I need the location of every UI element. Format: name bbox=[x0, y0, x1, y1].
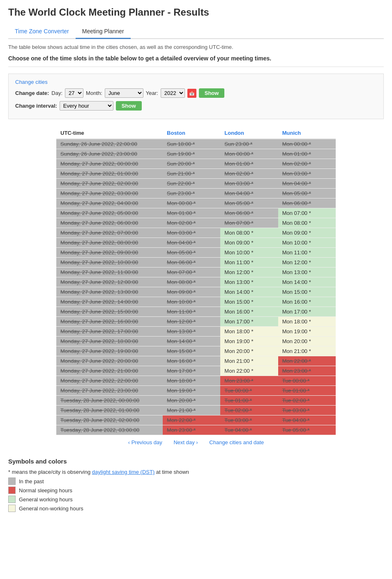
london-cell: Tue 03:00 * bbox=[220, 415, 278, 425]
utc-cell: Monday, 27 June 2022, 18:00:00 bbox=[56, 337, 163, 346]
london-cell: Tue 01:00 * bbox=[220, 396, 278, 406]
table-row[interactable]: Monday, 27 June 2022, 03:00:00Sun 23:00 … bbox=[56, 189, 336, 198]
table-row[interactable]: Monday, 27 June 2022, 09:00:00Mon 05:00 … bbox=[56, 248, 336, 258]
change-cities-link[interactable]: Change cities bbox=[15, 79, 377, 85]
utc-cell: Monday, 27 June 2022, 08:00:00 bbox=[56, 238, 163, 248]
london-cell: Mon 00:00 * bbox=[220, 149, 278, 159]
london-cell: Mon 11:00 * bbox=[220, 258, 278, 268]
boston-cell: Mon 21:00 * bbox=[163, 406, 220, 415]
year-select[interactable]: 20202021202220232024 bbox=[161, 88, 185, 98]
boston-cell: Mon 10:00 * bbox=[163, 297, 220, 307]
legend-item-work: General working hours bbox=[8, 496, 384, 503]
boston-cell: Mon 20:00 * bbox=[163, 396, 220, 406]
munich-cell: Tue 03:00 * bbox=[278, 406, 336, 415]
month-select[interactable]: JanuaryFebruaryMarchAprilMayJuneJulyAugu… bbox=[105, 88, 143, 98]
table-row[interactable]: Monday, 27 June 2022, 21:00:00Mon 17:00 … bbox=[56, 366, 336, 376]
munich-cell: Mon 12:00 * bbox=[278, 258, 336, 268]
table-row[interactable]: Monday, 27 June 2022, 17:00:00Mon 13:00 … bbox=[56, 327, 336, 337]
boston-cell: Sun 23:00 * bbox=[163, 189, 220, 198]
utc-cell: Monday, 27 June 2022, 21:00:00 bbox=[56, 366, 163, 376]
table-row[interactable]: Monday, 27 June 2022, 06:00:00Mon 02:00 … bbox=[56, 218, 336, 228]
table-row[interactable]: Monday, 27 June 2022, 15:00:00Mon 11:00 … bbox=[56, 307, 336, 317]
london-cell: Mon 01:00 * bbox=[220, 159, 278, 169]
legend-label-work: General working hours bbox=[19, 496, 73, 503]
previous-day-link[interactable]: ‹ Previous day bbox=[128, 439, 162, 445]
table-row[interactable]: Monday, 27 June 2022, 07:00:00Mon 03:00 … bbox=[56, 228, 336, 238]
munich-cell: Mon 23:00 * bbox=[278, 366, 336, 376]
munich-cell: Mon 15:00 * bbox=[278, 287, 336, 297]
table-row[interactable]: Sunday, 26 June 2022, 23:00:00Sun 19:00 … bbox=[56, 149, 336, 159]
utc-cell: Monday, 27 June 2022, 12:00:00 bbox=[56, 277, 163, 287]
table-row[interactable]: Monday, 27 June 2022, 10:00:00Mon 06:00 … bbox=[56, 258, 336, 268]
munich-cell: Mon 14:00 * bbox=[278, 277, 336, 287]
boston-cell: Mon 08:00 * bbox=[163, 277, 220, 287]
change-cities-date-link[interactable]: Change cities and date bbox=[209, 439, 264, 445]
table-row[interactable]: Monday, 27 June 2022, 18:00:00Mon 14:00 … bbox=[56, 337, 336, 346]
utc-cell: Monday, 27 June 2022, 02:00:00 bbox=[56, 179, 163, 189]
boston-cell: Mon 18:00 * bbox=[163, 376, 220, 386]
controls-panel: Change cities Change date: Day: 12345678… bbox=[8, 74, 384, 119]
day-select[interactable]: 1234567891011121314151617181920212223242… bbox=[65, 88, 83, 98]
utc-cell: Monday, 27 June 2022, 16:00:00 bbox=[56, 317, 163, 327]
dst-link[interactable]: daylight saving time (DST) bbox=[92, 469, 154, 475]
interval-label: Change interval: bbox=[15, 103, 57, 109]
utc-cell: Sunday, 26 June 2022, 23:00:00 bbox=[56, 149, 163, 159]
london-cell: Mon 14:00 * bbox=[220, 287, 278, 297]
boston-cell: Mon 05:00 * bbox=[163, 248, 220, 258]
table-row[interactable]: Monday, 27 June 2022, 12:00:00Mon 08:00 … bbox=[56, 277, 336, 287]
boston-cell: Mon 19:00 * bbox=[163, 386, 220, 396]
utc-cell: Sunday, 26 June 2022, 22:00:00 bbox=[56, 139, 163, 149]
legend-label-past: In the past bbox=[19, 478, 44, 484]
utc-cell: Monday, 27 June 2022, 11:00:00 bbox=[56, 268, 163, 277]
table-row[interactable]: Tuesday, 28 June 2022, 03:00:00Mon 23:00… bbox=[56, 425, 336, 435]
utc-cell: Monday, 27 June 2022, 22:00:00 bbox=[56, 376, 163, 386]
boston-cell: Sun 22:00 * bbox=[163, 179, 220, 189]
table-row[interactable]: Monday, 27 June 2022, 16:00:00Mon 12:00 … bbox=[56, 317, 336, 327]
munich-cell: Mon 02:00 * bbox=[278, 159, 336, 169]
table-row[interactable]: Monday, 27 June 2022, 19:00:00Mon 15:00 … bbox=[56, 346, 336, 356]
table-row[interactable]: Monday, 27 June 2022, 20:00:00Mon 16:00 … bbox=[56, 356, 336, 366]
table-row[interactable]: Monday, 27 June 2022, 08:00:00Mon 04:00 … bbox=[56, 238, 336, 248]
munich-cell: Mon 17:00 * bbox=[278, 307, 336, 317]
london-cell: Mon 17:00 * bbox=[220, 317, 278, 327]
table-row[interactable]: Monday, 27 June 2022, 02:00:00Sun 22:00 … bbox=[56, 179, 336, 189]
table-row[interactable]: Monday, 27 June 2022, 14:00:00Mon 10:00 … bbox=[56, 297, 336, 307]
calendar-icon[interactable]: 📅 bbox=[187, 89, 196, 98]
legend-box-past bbox=[8, 478, 16, 485]
munich-cell: Mon 22:00 * bbox=[278, 356, 336, 366]
london-cell: Mon 19:00 * bbox=[220, 337, 278, 346]
utc-cell: Monday, 27 June 2022, 14:00:00 bbox=[56, 297, 163, 307]
london-cell: Tue 00:00 * bbox=[220, 386, 278, 396]
table-row[interactable]: Tuesday, 28 June 2022, 02:00:00Mon 22:00… bbox=[56, 415, 336, 425]
table-row[interactable]: Monday, 27 June 2022, 13:00:00Mon 09:00 … bbox=[56, 287, 336, 297]
london-cell: Mon 07:00 * bbox=[220, 218, 278, 228]
table-row[interactable]: Sunday, 26 June 2022, 22:00:00Sun 18:00 … bbox=[56, 139, 336, 149]
boston-cell: Mon 22:00 * bbox=[163, 415, 220, 425]
table-row[interactable]: Tuesday, 28 June 2022, 00:00:00Mon 20:00… bbox=[56, 396, 336, 406]
london-cell: Mon 08:00 * bbox=[220, 228, 278, 238]
utc-cell: Monday, 27 June 2022, 07:00:00 bbox=[56, 228, 163, 238]
tab-planner[interactable]: Meeting Planner bbox=[76, 25, 131, 39]
table-row[interactable]: Monday, 27 June 2022, 11:00:00Mon 07:00 … bbox=[56, 268, 336, 277]
table-row[interactable]: Monday, 27 June 2022, 22:00:00Mon 18:00 … bbox=[56, 376, 336, 386]
utc-cell: Monday, 27 June 2022, 20:00:00 bbox=[56, 356, 163, 366]
table-row[interactable]: Monday, 27 June 2022, 04:00:00Mon 00:00 … bbox=[56, 198, 336, 208]
utc-cell: Tuesday, 28 June 2022, 01:00:00 bbox=[56, 406, 163, 415]
boston-cell: Sun 19:00 * bbox=[163, 149, 220, 159]
munich-cell: Mon 21:00 * bbox=[278, 346, 336, 356]
utc-cell: Monday, 27 June 2022, 23:00:00 bbox=[56, 386, 163, 396]
show2-button[interactable]: Show bbox=[116, 101, 142, 111]
table-row[interactable]: Monday, 27 June 2022, 01:00:00Sun 21:00 … bbox=[56, 169, 336, 179]
next-day-link[interactable]: Next day › bbox=[173, 439, 198, 445]
boston-cell: Mon 17:00 * bbox=[163, 366, 220, 376]
show-button[interactable]: Show bbox=[199, 88, 225, 98]
interval-select[interactable]: Every hourEvery 2 hoursEvery 30 minutes bbox=[60, 101, 113, 111]
london-cell: Mon 12:00 * bbox=[220, 268, 278, 277]
table-row[interactable]: Tuesday, 28 June 2022, 01:00:00Mon 21:00… bbox=[56, 406, 336, 415]
table-row[interactable]: Monday, 27 June 2022, 23:00:00Mon 19:00 … bbox=[56, 386, 336, 396]
boston-cell: Mon 13:00 * bbox=[163, 327, 220, 337]
table-row[interactable]: Monday, 27 June 2022, 00:00:00Sun 20:00 … bbox=[56, 159, 336, 169]
table-row[interactable]: Monday, 27 June 2022, 05:00:00Mon 01:00 … bbox=[56, 208, 336, 218]
utc-cell: Monday, 27 June 2022, 01:00:00 bbox=[56, 169, 163, 179]
tab-converter[interactable]: Time Zone Converter bbox=[8, 25, 76, 39]
